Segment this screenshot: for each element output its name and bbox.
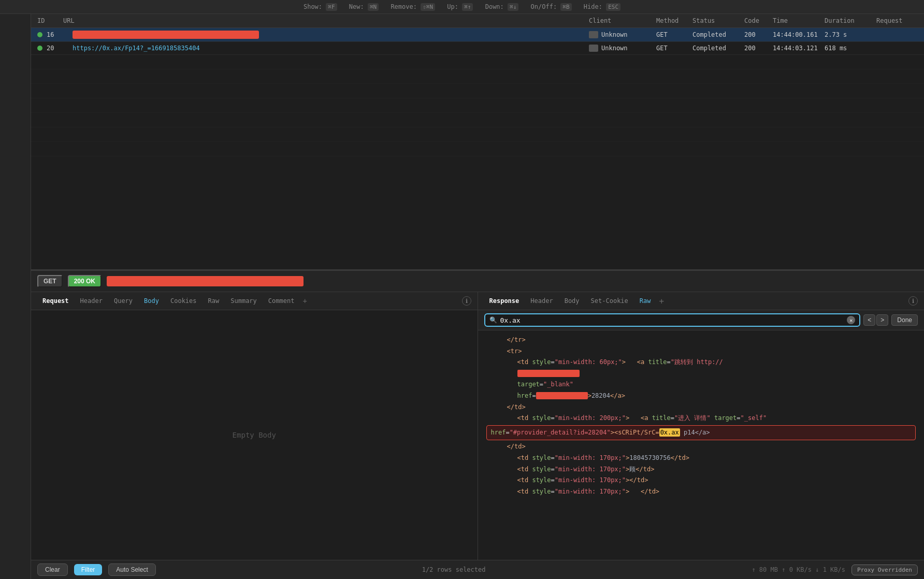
tab-raw[interactable]: Raw [203, 295, 225, 307]
row-id: 16 [47, 31, 73, 38]
auto-select-button[interactable]: Auto Select [108, 563, 155, 576]
redacted-href [536, 392, 588, 399]
response-tab-bar: Response Header Body Set-Cookie Raw + ℹ [478, 292, 925, 310]
method-badge[interactable]: GET [37, 275, 63, 287]
resp-tab-body[interactable]: Body [559, 295, 585, 307]
client-icon [589, 45, 598, 52]
search-input[interactable] [500, 316, 844, 324]
row-duration: 2.73 s [825, 31, 876, 38]
toolbar-hide: Hide: ESC [584, 3, 620, 10]
client-icon [589, 31, 598, 38]
clear-button[interactable]: Clear [37, 563, 68, 576]
search-nav-buttons: < > [863, 314, 888, 326]
resp-tab-header[interactable]: Header [525, 295, 558, 307]
status-badge[interactable]: 200 OK [68, 275, 102, 287]
tab-query[interactable]: Query [109, 295, 138, 307]
search-done-button[interactable]: Done [891, 314, 918, 326]
filter-button[interactable]: Filter [74, 564, 103, 575]
response-line: <td style="min-width: 170px;"> </td> [486, 486, 916, 498]
search-match: 0x.ax [659, 428, 680, 437]
row-client: Unknown [589, 31, 656, 38]
response-line: <tr> [486, 346, 916, 357]
rows-selected-text: 1/2 rows selected [162, 566, 746, 573]
col-time-header: Time [773, 17, 825, 24]
tab-request[interactable]: Request [37, 295, 74, 307]
tab-cookies[interactable]: Cookies [165, 295, 202, 307]
col-url-header: URL [63, 17, 589, 24]
toolbar-down: Down: ⌘↓ [485, 3, 519, 10]
row-status-indicator [37, 46, 42, 51]
toolbar: Show: ⌘F New: ⌘N Remove: ⇧⌘N Up: ⌘↑ Down… [0, 0, 924, 14]
bottom-panel: GET 200 OK Request Header Query Body Coo… [31, 270, 924, 560]
toolbar-up: Up: ⌘↑ [447, 3, 473, 10]
row-url: https://0x.ax/Fp14?_=1669185835404 [73, 45, 589, 52]
sidebar [0, 14, 31, 579]
response-line [486, 368, 916, 380]
table-header: ID URL Client Method Status Code Time Du… [31, 14, 924, 28]
response-line: href=>28204</a> [486, 390, 916, 402]
redacted-url [517, 370, 580, 377]
resp-tab-raw[interactable]: Raw [634, 295, 656, 307]
search-clear-button[interactable]: ✕ [847, 316, 855, 324]
row-time: 14:44:00.161 [773, 31, 825, 38]
response-line: <td style="min-width: 60px;"> <a title="… [486, 357, 916, 368]
table-row[interactable]: 20 https://0x.ax/Fp14?_=1669185835404 Un… [31, 42, 924, 55]
highlighted-response-line: href="#provider_detail?id=28204"><sCRiPt… [486, 425, 916, 441]
table-row[interactable]: 16 Unknown GET Completed 200 14:44:00.16… [31, 28, 924, 42]
search-next-button[interactable]: > [876, 314, 888, 326]
row-status: Completed [692, 31, 744, 38]
url-redacted-bar [73, 31, 259, 39]
resp-tab-setcookie[interactable]: Set-Cookie [586, 295, 633, 307]
resp-tab-response[interactable]: Response [484, 295, 525, 307]
toolbar-show: Show: ⌘F [304, 3, 337, 10]
response-line: <td style="min-width: 170px;">顾</td> [486, 464, 916, 475]
tab-comment[interactable]: Comment [263, 295, 300, 307]
response-line: </td> [486, 441, 916, 453]
search-bar: 🔍 ✕ < > Done [478, 310, 925, 330]
col-duration-header: Duration [825, 17, 876, 24]
response-line: </tr> [486, 335, 916, 346]
row-status-indicator [37, 32, 42, 37]
response-line: </td> [486, 402, 916, 413]
search-input-wrapper[interactable]: 🔍 ✕ [484, 313, 861, 327]
toolbar-remove: Remove: ⇧⌘N [391, 3, 435, 10]
tab-body[interactable]: Body [139, 295, 164, 307]
response-line: <td style="min-width: 200px;"> <a title=… [486, 413, 916, 424]
url-bar-redacted [107, 276, 304, 286]
right-panel: ID URL Client Method Status Code Time Du… [31, 14, 924, 579]
col-method-header: Method [656, 17, 692, 24]
row-url [73, 31, 589, 39]
search-icon: 🔍 [489, 316, 497, 324]
main-area: ID URL Client Method Status Code Time Du… [0, 14, 924, 579]
request-info-bar: GET 200 OK [31, 271, 924, 292]
row-duration: 618 ms [825, 45, 876, 52]
response-content[interactable]: </tr> <tr> <td style="min-width: 60px;">… [478, 330, 925, 560]
content-panels: Empty Body 🔍 ✕ < > [31, 310, 924, 560]
request-table-area: ID URL Client Method Status Code Time Du… [31, 14, 924, 270]
row-method: GET [656, 31, 692, 38]
row-status: Completed [692, 45, 744, 52]
resp-tab-add[interactable]: + [659, 296, 665, 306]
network-stats: ↑ 80 MB ↑ 0 KB/s ↓ 1 KB/s [752, 566, 845, 573]
row-time: 14:44:03.121 [773, 45, 825, 52]
col-client-header: Client [589, 17, 656, 24]
tab-header[interactable]: Header [75, 295, 108, 307]
response-line: <td style="min-width: 170px;">1804573075… [486, 453, 916, 464]
resp-info-icon[interactable]: ℹ [908, 296, 918, 306]
response-line: target="_blank" [486, 379, 916, 390]
row-code: 200 [744, 31, 773, 38]
row-method: GET [656, 45, 692, 52]
col-code-header: Code [744, 17, 773, 24]
empty-body-text: Empty Body [233, 431, 276, 439]
col-request-header: Request [876, 17, 918, 24]
row-id: 20 [47, 45, 73, 52]
request-body-panel: Empty Body [31, 310, 478, 560]
col-id-header: ID [37, 17, 63, 24]
tab-info-icon[interactable]: ℹ [462, 296, 471, 306]
proxy-badge: Proxy Overridden [851, 564, 918, 575]
toolbar-new: New: ⌘N [349, 3, 379, 10]
tab-add[interactable]: + [302, 297, 307, 305]
col-status-header: Status [692, 17, 744, 24]
search-prev-button[interactable]: < [863, 314, 875, 326]
tab-summary[interactable]: Summary [225, 295, 262, 307]
